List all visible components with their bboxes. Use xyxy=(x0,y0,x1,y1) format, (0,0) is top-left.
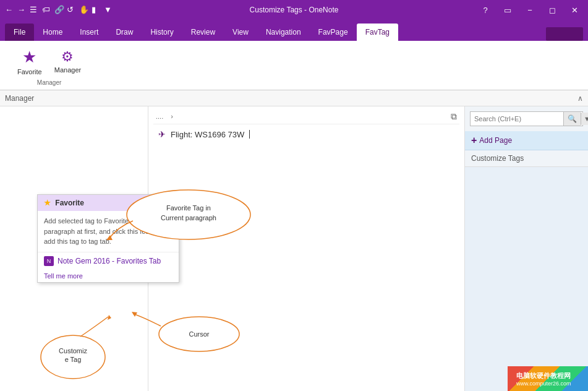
tab-home[interactable]: Home xyxy=(34,24,71,41)
close-icon[interactable]: ✕ xyxy=(566,3,583,17)
tab-file[interactable]: File xyxy=(5,24,34,41)
favorites-dropdown-desc: Add selected tag to Favorite tag paragra… xyxy=(38,211,179,252)
content-toolbar: .... › xyxy=(153,111,459,124)
watermark-line2: www.computer26.com xyxy=(516,380,583,387)
tab-favpage[interactable]: FavPage xyxy=(310,24,357,41)
toolbar-label: Manager xyxy=(5,94,34,103)
tab-insert[interactable]: Insert xyxy=(71,24,107,41)
tell-more-link[interactable]: Tell me more xyxy=(38,270,179,282)
watermark: 电脑软硬件教程网 www.computer26.com xyxy=(508,366,588,391)
content-area: .... › ✈ Flight: WS1696 73W ⧉ xyxy=(148,106,464,391)
tab-view[interactable]: View xyxy=(224,24,257,41)
expand-icon: ⧉ xyxy=(451,111,457,121)
share-icon[interactable]: 🔗 xyxy=(54,5,64,15)
text-cursor xyxy=(249,130,250,139)
note-line: ✈ Flight: WS1696 73W xyxy=(153,127,459,142)
search-dropdown[interactable]: ▼ xyxy=(581,113,588,125)
right-panel-content xyxy=(465,167,588,391)
favorites-dropdown: ★ Favorite Add selected tag to Favorite … xyxy=(37,194,179,283)
search-input[interactable] xyxy=(471,113,563,125)
maximize-icon[interactable]: ◻ xyxy=(543,3,561,17)
manager-button[interactable]: ⚙ Manager xyxy=(49,46,86,76)
airplane-icon: ✈ xyxy=(158,129,166,139)
main-area: .... › ✈ Flight: WS1696 73W ⧉ 🔍 ▼ + Add … xyxy=(0,106,588,391)
ribbon-group-manager: ★ Favorite ⚙ Manager Manager xyxy=(5,43,93,87)
favorite-label: Favorite xyxy=(17,68,42,75)
toolbar-area: Manager ∧ xyxy=(0,90,588,106)
tab-favtag[interactable]: FavTag xyxy=(357,24,398,41)
group-label: Manager xyxy=(37,79,61,87)
customize-tags-label: Customize Tags xyxy=(465,150,588,167)
tag-icon[interactable]: 🏷 xyxy=(42,5,52,15)
minimize-icon[interactable]: − xyxy=(521,3,539,17)
tab-history[interactable]: History xyxy=(142,24,182,41)
tab-draw[interactable]: Draw xyxy=(107,24,142,41)
tab-navigation[interactable]: Navigation xyxy=(257,24,310,41)
expand-button[interactable]: ⧉ xyxy=(451,111,457,122)
search-button[interactable]: 🔍 xyxy=(563,112,581,126)
nav-arrow-icon[interactable]: › xyxy=(168,111,176,121)
back-icon[interactable]: ← xyxy=(5,5,15,15)
user-account[interactable] xyxy=(546,27,583,41)
add-page-button[interactable]: + Add Page xyxy=(465,131,588,150)
favorites-item-label: Note Gem 2016 - Favorites Tab xyxy=(58,257,161,265)
manager-label: Manager xyxy=(54,66,81,74)
add-page-label: Add Page xyxy=(479,136,512,145)
right-panel: 🔍 ▼ + Add Page Customize Tags xyxy=(464,106,588,391)
add-icon: + xyxy=(471,135,477,146)
watermark-line1: 电脑软硬件教程网 xyxy=(516,371,583,380)
tab-review[interactable]: Review xyxy=(182,24,224,41)
star-icon: ★ xyxy=(22,48,36,67)
search-box[interactable]: 🔍 ▼ xyxy=(470,111,583,126)
favorites-dropdown-header: ★ Favorite xyxy=(38,195,179,211)
favorites-dropdown-item[interactable]: N Note Gem 2016 - Favorites Tab xyxy=(38,252,179,270)
notebook-view-icon[interactable]: ☰ xyxy=(30,5,40,15)
toolbar-dropdown-icon[interactable]: ▼ xyxy=(104,5,114,15)
ribbon-content: ★ Favorite ⚙ Manager Manager xyxy=(0,41,588,90)
nav-dots[interactable]: .... xyxy=(153,111,166,121)
star-header-icon: ★ xyxy=(44,199,51,207)
ribbon-tabs: File Home Insert Draw History Review Vie… xyxy=(0,20,588,41)
window-title: Customize Tags - OneNote xyxy=(250,6,339,14)
window-controls: ? ▭ − ◻ ✕ xyxy=(477,3,583,17)
help-icon[interactable]: ? xyxy=(477,3,494,17)
note-text-content[interactable]: Flight: WS1696 73W xyxy=(171,130,244,139)
restore-icon[interactable]: ▭ xyxy=(499,3,516,17)
pan-icon[interactable]: ✋ xyxy=(79,5,89,15)
note-gem-icon: N xyxy=(44,256,54,266)
favorites-header-label: Favorite xyxy=(55,199,84,207)
manager-icon: ⚙ xyxy=(61,49,74,65)
collapse-icon[interactable]: ∧ xyxy=(577,94,583,103)
chart-icon[interactable]: ▮ xyxy=(92,5,101,15)
quick-access-toolbar: ← → ☰ 🏷 🔗 ↺ ✋ ▮ ▼ xyxy=(5,5,114,15)
favorite-button[interactable]: ★ Favorite xyxy=(12,45,47,78)
forward-icon[interactable]: → xyxy=(17,5,27,15)
title-bar: ← → ☰ 🏷 🔗 ↺ ✋ ▮ ▼ Customize Tags - OneNo… xyxy=(0,0,588,20)
undo-icon[interactable]: ↺ xyxy=(67,5,77,15)
